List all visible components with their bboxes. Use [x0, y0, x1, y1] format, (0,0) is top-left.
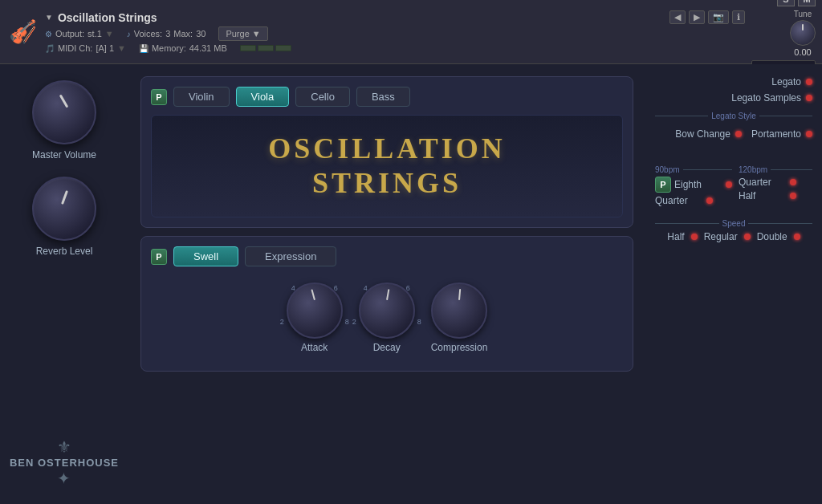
tab-cello[interactable]: Cello: [295, 87, 350, 107]
info-rows-2: 🎵 MIDI Ch: [A] 1 ▼ 💾 Memory: 44.31 MB: [45, 43, 745, 53]
nav-next-button[interactable]: ▶: [689, 10, 705, 24]
quarter-90-led[interactable]: [706, 197, 713, 204]
half-120-led[interactable]: [790, 193, 796, 199]
max-label: Max:: [173, 29, 193, 39]
eighth-label: Eighth: [674, 179, 722, 190]
decay-knob-marker: [386, 289, 389, 300]
eighth-led[interactable]: [726, 181, 732, 188]
bpm-120-col: 120bpm Quarter Half: [739, 165, 812, 206]
big-title-area: OSCILLATION STRINGS: [151, 115, 623, 217]
swell-p-button[interactable]: P: [151, 249, 167, 265]
tab-violin[interactable]: Violin: [173, 87, 230, 107]
level-bar-3: [275, 45, 291, 51]
center-panel: P Violin Viola Cello Bass OSCILLATION ST…: [128, 64, 645, 504]
main-content: Master Volume Reverb Level ⚜ BEN OSTERHO…: [0, 64, 822, 504]
tab-viola[interactable]: Viola: [236, 87, 290, 107]
level-bar-1: [240, 45, 256, 51]
output-value: st.1: [87, 29, 102, 39]
double-speed-led[interactable]: [794, 234, 800, 240]
instrument-title: Oscillation Strings: [58, 11, 157, 24]
instrument-icon: 🎻: [6, 8, 39, 56]
half-speed-label: Half: [667, 231, 684, 242]
legato-samples-led[interactable]: [806, 95, 812, 101]
attack-scale-2: 2: [280, 318, 284, 326]
bpm-90-label: 90bpm: [655, 165, 680, 174]
title-arrow-icon: ▼: [45, 13, 53, 22]
legato-label: Legato: [771, 76, 801, 87]
s-button[interactable]: S: [777, 0, 795, 6]
master-volume-knob[interactable]: [32, 80, 96, 144]
quarter-120-label: Quarter: [739, 177, 787, 188]
left-panel: Master Volume Reverb Level ⚜ BEN OSTERHO…: [0, 64, 128, 504]
nav-prev-button[interactable]: ◀: [669, 10, 686, 24]
top-bar-center: ▼ Oscillation Strings ◀ ▶ 📷 ℹ ⚙ Output: …: [45, 10, 745, 53]
voices-info: ♪ Voices: 3 Max: 30: [127, 29, 206, 39]
speed-row: Half Regular Double: [655, 231, 812, 242]
instrument-p-button[interactable]: P: [151, 89, 167, 105]
speed-section: Speed Half Regular Double: [655, 216, 812, 242]
half-speed-led[interactable]: [691, 234, 698, 240]
bpm-section: 90bpm P Eighth Quarter 120bpm: [655, 165, 812, 206]
spacer-1: [655, 144, 812, 154]
legato-style-divider: Legato Style: [655, 112, 812, 120]
camera-button[interactable]: 📷: [708, 10, 729, 24]
bpm-120-label: 120bpm: [739, 165, 767, 174]
memory-icon: 💾: [139, 44, 149, 53]
decay-knob[interactable]: [359, 282, 415, 339]
regular-speed-label: Regular: [704, 231, 738, 242]
purge-button[interactable]: Purge ▼: [218, 26, 267, 41]
half-120-row: Half: [739, 190, 812, 201]
m-button[interactable]: M: [798, 0, 816, 6]
decay-scale-2: 2: [352, 318, 356, 326]
divider-line-right: [759, 116, 812, 116]
reverb-level-marker: [61, 190, 68, 205]
master-volume-label: Master Volume: [32, 149, 96, 161]
legato-style-row: Bow Change Portamento: [655, 128, 812, 140]
bpm-90-header: 90bpm: [655, 165, 732, 174]
portamento-led[interactable]: [806, 131, 812, 137]
tab-swell[interactable]: Swell: [173, 246, 238, 266]
speed-divider-left: [655, 223, 719, 224]
output-info: ⚙ Output: st.1 ▼: [45, 29, 114, 39]
attack-knob-marker: [311, 290, 315, 301]
max-value: 30: [196, 29, 206, 39]
bow-change-row: Bow Change: [675, 128, 742, 140]
quarter-120-row: Quarter: [739, 177, 812, 188]
swell-tabs-row: P Swell Expression: [151, 246, 623, 266]
legato-led[interactable]: [806, 79, 812, 85]
bpm-120-header: 120bpm: [739, 165, 812, 174]
speed-divider: Speed: [655, 219, 812, 228]
info-button[interactable]: ℹ: [732, 10, 745, 24]
legato-samples-label: Legato Samples: [731, 92, 801, 104]
regular-speed-led[interactable]: [744, 234, 751, 240]
voices-value: 3: [165, 29, 170, 39]
decay-knob-wrapper: 4 6 2 8: [359, 282, 415, 339]
attack-knob[interactable]: [287, 282, 343, 339]
instrument-section: P Violin Viola Cello Bass OSCILLATION ST…: [140, 76, 633, 228]
midi-info: 🎵 MIDI Ch: [A] 1 ▼: [45, 43, 126, 53]
memory-info: 💾 Memory: 44.31 MB: [139, 43, 227, 53]
reverb-level-group: Reverb Level: [32, 177, 96, 257]
big-title-line1: OSCILLATION: [168, 132, 606, 166]
compression-knob-wrapper: [431, 282, 487, 339]
quarter-90-label: Quarter: [655, 195, 703, 206]
compression-knob-group: Compression: [431, 282, 488, 353]
eighth-p-button[interactable]: P: [655, 177, 671, 193]
bow-change-led[interactable]: [735, 131, 742, 137]
reverb-level-knob[interactable]: [32, 177, 96, 241]
tune-value: 0.00: [794, 47, 811, 57]
legato-samples-row: Legato Samples: [655, 92, 812, 104]
master-volume-group: Master Volume: [32, 80, 96, 161]
output-icon: ⚙: [45, 30, 52, 39]
midi-value: [A] 1: [96, 43, 114, 53]
logo-ornament-top: ⚜: [10, 437, 119, 457]
level-bars: [240, 45, 291, 51]
tune-knob[interactable]: [790, 20, 816, 46]
tab-expression[interactable]: Expression: [245, 246, 336, 266]
tab-bass[interactable]: Bass: [356, 87, 410, 107]
compression-knob-marker: [458, 289, 461, 300]
bpm-90-divider: [683, 169, 732, 170]
portamento-label: Portamento: [751, 128, 801, 140]
compression-knob[interactable]: [431, 282, 487, 339]
quarter-120-led[interactable]: [790, 179, 796, 185]
